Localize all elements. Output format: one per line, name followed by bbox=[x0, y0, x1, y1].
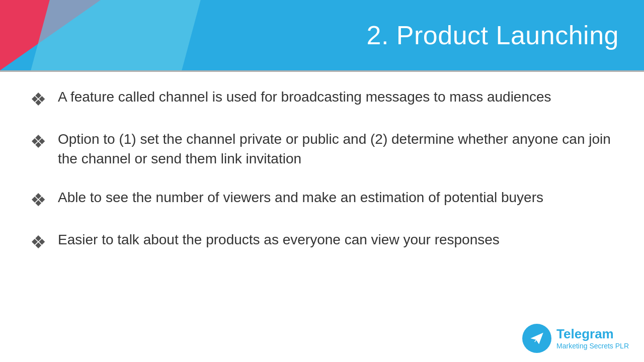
telegram-badge: Telegram Marketing Secrets PLR bbox=[522, 324, 629, 353]
telegram-text-block: Telegram Marketing Secrets PLR bbox=[556, 326, 629, 350]
content-area: ❖ A feature called channel is used for b… bbox=[0, 72, 644, 282]
bullet-text-2: Option to (1) set the channel private or… bbox=[58, 129, 614, 168]
bullet-item-4: ❖ Easier to talk about the products as e… bbox=[30, 230, 614, 253]
telegram-name: Telegram bbox=[556, 326, 629, 342]
telegram-subtitle: Marketing Secrets PLR bbox=[556, 342, 629, 350]
telegram-icon bbox=[528, 330, 545, 347]
bullet-text-1: A feature called channel is used for bro… bbox=[58, 87, 551, 107]
bullet-text-3: Able to see the number of viewers and ma… bbox=[58, 188, 543, 207]
bullet-icon-4: ❖ bbox=[30, 232, 58, 253]
header-diagonal bbox=[31, 0, 201, 70]
slide-title: 2. Product Launching bbox=[367, 20, 619, 50]
bullet-item-3: ❖ Able to see the number of viewers and … bbox=[30, 188, 614, 211]
bullet-item-2: ❖ Option to (1) set the channel private … bbox=[30, 129, 614, 168]
telegram-logo-circle bbox=[522, 324, 551, 353]
bullet-icon-2: ❖ bbox=[30, 131, 58, 152]
bullet-item-1: ❖ A feature called channel is used for b… bbox=[30, 87, 614, 110]
header: 2. Product Launching bbox=[0, 0, 644, 70]
bullet-text-4: Easier to talk about the products as eve… bbox=[58, 230, 500, 249]
bullet-icon-1: ❖ bbox=[30, 89, 58, 110]
bullet-icon-3: ❖ bbox=[30, 190, 58, 211]
